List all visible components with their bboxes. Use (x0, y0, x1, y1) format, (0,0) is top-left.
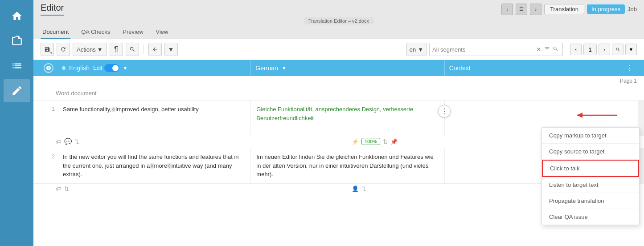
target-arrows-icon-2[interactable]: ⇅ (361, 186, 366, 192)
col-context-header: Context ⋮ (445, 60, 638, 76)
pin-icon-2[interactable]: 🏷 (56, 186, 62, 192)
context-menu-item-click-to-talk[interactable]: Click to talk (542, 160, 639, 177)
pagination: ‹ 1 › ▼ (570, 44, 637, 55)
context-menu: Copy markup to target Copy source to tar… (541, 127, 640, 225)
search-input[interactable] (432, 46, 535, 53)
german-col-caret[interactable]: ▼ (282, 65, 287, 71)
page-number: 1 (583, 44, 597, 55)
seg-target-2[interactable]: Im neuen Editor finden Sie die gleichen … (251, 148, 444, 183)
nav-controls: ‹ ☰ › Translation In progress Job (501, 4, 637, 15)
search-area: en ▼ ✕ ‹ 1 › (406, 43, 637, 56)
seg-source-2[interactable]: In the new editor you will find the same… (57, 148, 251, 183)
table-area: Page 1 Word document 1 Same functionalit… (33, 76, 644, 246)
save-btn[interactable]: ▼ (41, 43, 54, 56)
english-label: English (69, 65, 90, 72)
seg-footer-source-2: 🏷 ⇅ (56, 186, 348, 192)
translation-button[interactable]: Translation (544, 4, 584, 14)
arrows-icon-2[interactable]: ⇅ (64, 186, 69, 192)
target-arrows-icon[interactable]: ⇅ (383, 138, 388, 145)
sidebar-item-home[interactable] (4, 4, 30, 28)
filter-icon[interactable] (543, 46, 551, 53)
english-dot (62, 66, 66, 70)
context-menu-item-clear-qa[interactable]: Clear QA issue (542, 209, 639, 225)
seg-target-1[interactable]: Gleiche Funktionalität, ansprechenderes … (251, 101, 444, 136)
pin-icon[interactable]: 🏷 (56, 138, 62, 145)
column-headers: English Edit ▼ German ▼ Context ⋮ (33, 60, 644, 76)
person-icon: 👤 (352, 186, 359, 192)
seg-footer-source: 🏷 💬 ⇅ (56, 138, 348, 145)
match-badge: 100% (361, 138, 380, 145)
context-label: Context (449, 65, 471, 72)
toolbar-divider-1 (144, 44, 144, 54)
search-input-wrap: ✕ (429, 43, 563, 56)
context-menu-item-copy-markup[interactable]: Copy markup to target (542, 128, 639, 144)
dropdown-arrow-btn[interactable]: ▼ (164, 43, 178, 56)
in-progress-badge: In progress (587, 4, 625, 14)
actions-button[interactable]: Actions ▼ (73, 43, 107, 56)
tooltip-label: Translation Editor – v2.docx (304, 17, 373, 24)
chat-icon[interactable]: 💬 (64, 138, 72, 145)
tab-qa-checks[interactable]: QA Checks (79, 26, 112, 39)
toolbar: ▼ Actions ▼ ¶ ▼ en ▼ (33, 39, 644, 60)
arrows-icon[interactable]: ⇅ (74, 138, 79, 145)
nav-prev-btn[interactable]: ‹ (501, 4, 513, 15)
context-menu-item-listen[interactable]: Listen to target text (542, 177, 639, 193)
nav-next-btn[interactable]: › (530, 4, 541, 15)
job-label: Job (628, 6, 637, 12)
segment-actions-btn[interactable]: ⋮ (438, 105, 451, 117)
main-content: Editor ‹ ☰ › Translation In progress Job… (33, 0, 644, 246)
page-next-btn[interactable]: › (599, 44, 610, 55)
refresh-btn[interactable] (57, 43, 70, 56)
col-german-header: German ▼ (251, 60, 444, 76)
sidebar-item-documents[interactable] (4, 29, 30, 52)
edit-toggle[interactable]: Edit (93, 64, 119, 72)
tab-view[interactable]: View (154, 26, 170, 39)
top-bar: Editor ‹ ☰ › Translation In progress Job… (33, 0, 644, 39)
nav-list-btn[interactable]: ☰ (516, 4, 527, 15)
context-menu-item-copy-source[interactable]: Copy source to target (542, 144, 639, 160)
col-english-header: English Edit ▼ (57, 60, 251, 76)
page-label: Page 1 (33, 76, 644, 86)
seg-num-1: 1 (40, 101, 57, 136)
anchor-icon[interactable]: 📌 (390, 138, 398, 145)
bolt-icon: ⚡ (352, 138, 359, 145)
sidebar (0, 0, 33, 246)
clear-search-icon[interactable]: ✕ (535, 46, 543, 53)
context-menu-icon[interactable]: ⋮ (626, 64, 633, 73)
seg-num-2: 2 (40, 148, 57, 183)
sidebar-item-editor[interactable] (4, 79, 30, 102)
context-menu-item-propagate[interactable]: Propagate translation (542, 193, 639, 209)
page-prev-btn[interactable]: ‹ (570, 44, 582, 55)
paragraph-btn[interactable]: ¶ (110, 43, 123, 56)
tab-preview[interactable]: Preview (121, 26, 145, 39)
search-icon[interactable] (551, 46, 560, 53)
zoom-btn[interactable] (612, 44, 623, 55)
section-header: Word document (33, 86, 644, 101)
seg-source-1[interactable]: Same functionality,◊improved design, bet… (57, 101, 251, 136)
language-selector[interactable]: en ▼ (406, 43, 427, 56)
more-options-btn[interactable]: ▼ (625, 44, 637, 55)
find-replace-btn[interactable] (126, 43, 139, 56)
german-label: German (255, 65, 278, 72)
english-col-caret[interactable]: ▼ (123, 65, 128, 71)
undo-btn[interactable] (148, 43, 162, 56)
tab-document[interactable]: Document (41, 26, 70, 39)
sidebar-item-tasks[interactable] (4, 54, 30, 77)
page-title: Editor (41, 3, 64, 16)
segment-1-wrapper: 1 Same functionality,◊improved design, b… (33, 101, 644, 148)
toggle-switch[interactable] (104, 64, 119, 72)
top-tabs: Document QA Checks Preview View (41, 26, 637, 39)
